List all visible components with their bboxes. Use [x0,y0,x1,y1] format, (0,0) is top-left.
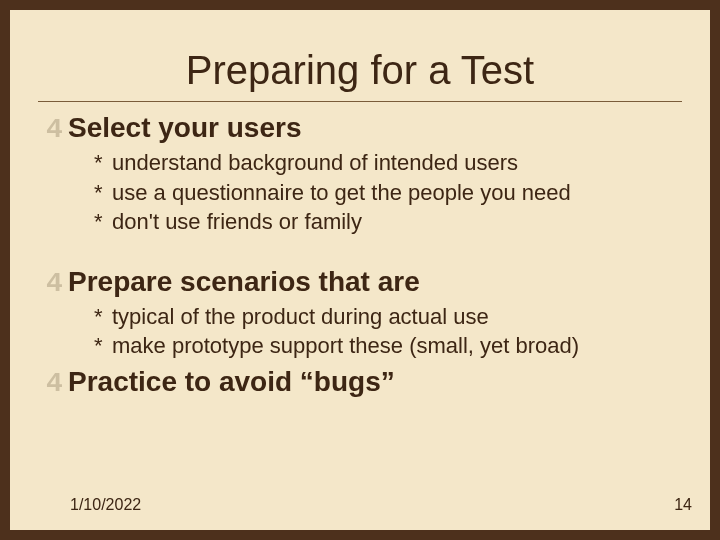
section-3-heading: 4Practice to avoid “bugs” [46,366,682,399]
section-1-sub-3: *don't use friends or family [94,208,682,236]
section-2-sub-1-text: typical of the product during actual use [112,304,489,329]
section-3: 4Practice to avoid “bugs” [46,366,682,399]
star-icon: * [94,332,112,360]
star-icon: * [94,208,112,236]
star-icon: * [94,149,112,177]
section-2-heading: 4Prepare scenarios that are [46,266,682,299]
title-underline [38,101,682,102]
bullet-icon: 4 [46,268,68,299]
section-1-heading-text: Select your users [68,112,301,143]
slide-inner: Preparing for a Test 4Select your users … [10,10,710,530]
section-2: 4Prepare scenarios that are *typical of … [46,266,682,360]
section-1-sub-1-text: understand background of intended users [112,150,518,175]
section-1-heading: 4Select your users [46,112,682,145]
section-2-sub-2-text: make prototype support these (small, yet… [112,333,579,358]
section-1-sub-1: *understand background of intended users [94,149,682,177]
section-2-sub-2: *make prototype support these (small, ye… [94,332,682,360]
section-2-heading-text: Prepare scenarios that are [68,266,420,297]
star-icon: * [94,303,112,331]
section-1-sub-2: *use a questionnaire to get the people y… [94,179,682,207]
bullet-icon: 4 [46,114,68,145]
star-icon: * [94,179,112,207]
section-1-sub-3-text: don't use friends or family [112,209,362,234]
slide: Preparing for a Test 4Select your users … [0,0,720,540]
bullet-icon: 4 [46,368,68,399]
section-1-sub-2-text: use a questionnaire to get the people yo… [112,180,571,205]
footer-page: 14 [674,496,692,514]
footer-date: 1/10/2022 [70,496,141,514]
section-1: 4Select your users *understand backgroun… [46,112,682,236]
section-2-sub-1: *typical of the product during actual us… [94,303,682,331]
slide-title: Preparing for a Test [38,48,682,93]
spacer [38,242,682,260]
section-3-heading-text: Practice to avoid “bugs” [68,366,395,397]
